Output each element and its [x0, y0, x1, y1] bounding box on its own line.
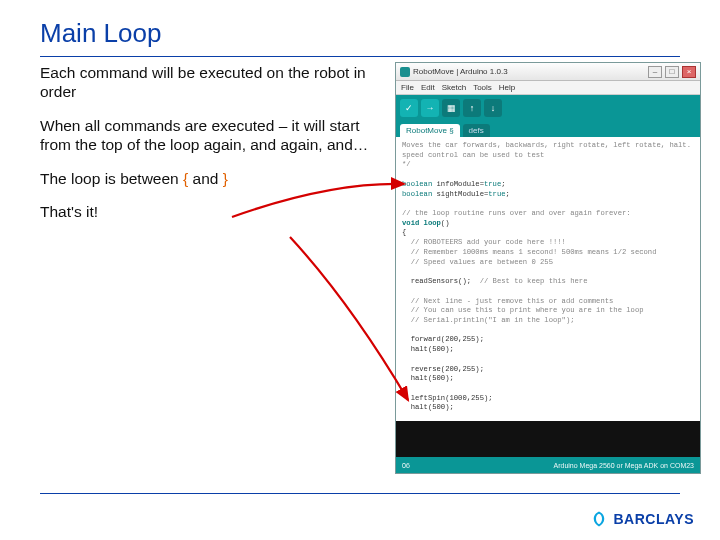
ide-tabs: RobotMove § defs	[396, 121, 700, 137]
body-text: Each command will be executed on the rob…	[40, 63, 380, 235]
tab-defs[interactable]: defs	[463, 124, 490, 137]
code-line: // ROBOTEERS add your code here !!!!	[402, 238, 566, 246]
code-line: // Remember 1000ms means 1 second! 500ms…	[402, 248, 656, 256]
code-line: // Speed values are between 0 255	[402, 258, 553, 266]
code-line: // the loop routine runs over and over a…	[402, 209, 631, 217]
menu-sketch[interactable]: Sketch	[442, 83, 466, 92]
code-editor[interactable]: Moves the car forwards, backwards, right…	[396, 137, 700, 421]
code-token: true	[488, 190, 505, 198]
code-line: halt(500);	[402, 345, 454, 353]
code-line: // Serial.println("I am in the loop");	[402, 316, 575, 324]
arduino-icon	[400, 67, 410, 77]
tab-robotmove[interactable]: RobotMove §	[400, 124, 460, 137]
code-token: void	[402, 219, 419, 227]
menu-tools[interactable]: Tools	[473, 83, 492, 92]
code-token: ;	[501, 180, 505, 188]
para-3: The loop is between { and }	[40, 169, 380, 188]
code-token: sightModule=	[432, 190, 488, 198]
code-line: {	[402, 228, 406, 236]
bottom-rule	[40, 493, 680, 494]
ide-status-bar: 06 Arduino Mega 2560 or Mega ADK on COM2…	[396, 457, 700, 473]
ide-console	[396, 421, 700, 457]
code-line: */	[402, 160, 411, 168]
status-right: Arduino Mega 2560 or Mega ADK on COM23	[554, 462, 694, 469]
code-line: speed control can be used to test	[402, 151, 544, 159]
ide-toolbar: ✓ → ▦ ↑ ↓	[396, 95, 700, 121]
code-token: loop	[419, 219, 441, 227]
minimize-button[interactable]: –	[648, 66, 662, 78]
code-line: // You can use this to print where you a…	[402, 306, 644, 314]
barclays-logo: BARCLAYS	[590, 510, 695, 528]
arduino-ide-window: RobotMove | Arduino 1.0.3 – □ × File Edi…	[395, 62, 701, 474]
code-token: infoModule=	[432, 180, 484, 188]
para-3a: The loop is between	[40, 170, 183, 187]
code-token: ()	[441, 219, 450, 227]
code-line: reverse(200,255);	[402, 365, 484, 373]
logo-text: BARCLAYS	[614, 511, 695, 527]
code-line: Moves the car forwards, backwards, right…	[402, 141, 691, 149]
code-line: // Next line - just remove this or add c…	[402, 297, 613, 305]
menu-file[interactable]: File	[401, 83, 414, 92]
code-line: halt(500);	[402, 374, 454, 382]
para-4: That's it!	[40, 202, 380, 221]
ide-window-title: RobotMove | Arduino 1.0.3	[413, 67, 645, 76]
maximize-button[interactable]: □	[665, 66, 679, 78]
title-underline	[40, 56, 680, 57]
code-line: leftSpin(1000,255);	[402, 394, 493, 402]
code-line: halt(500);	[402, 403, 454, 411]
code-token: true	[484, 180, 501, 188]
ide-menu-bar: File Edit Sketch Tools Help	[396, 81, 700, 95]
code-line: readSensors();	[402, 277, 480, 285]
para-3mid: and	[188, 170, 222, 187]
close-brace: }	[223, 170, 228, 187]
eagle-icon	[590, 510, 608, 528]
para-1: Each command will be executed on the rob…	[40, 63, 380, 102]
code-token: ;	[506, 190, 510, 198]
code-token: boolean	[402, 190, 432, 198]
ide-titlebar[interactable]: RobotMove | Arduino 1.0.3 – □ ×	[396, 63, 700, 81]
open-button[interactable]: ↑	[463, 99, 481, 117]
menu-edit[interactable]: Edit	[421, 83, 435, 92]
new-button[interactable]: ▦	[442, 99, 460, 117]
verify-button[interactable]: ✓	[400, 99, 418, 117]
code-token: // Best to keep this here	[480, 277, 588, 285]
upload-button[interactable]: →	[421, 99, 439, 117]
status-left: 06	[402, 462, 410, 469]
save-button[interactable]: ↓	[484, 99, 502, 117]
close-button[interactable]: ×	[682, 66, 696, 78]
menu-help[interactable]: Help	[499, 83, 515, 92]
para-2: When all commands are executed – it will…	[40, 116, 380, 155]
slide-title: Main Loop	[40, 18, 694, 49]
code-line: forward(200,255);	[402, 335, 484, 343]
code-token: boolean	[402, 180, 432, 188]
